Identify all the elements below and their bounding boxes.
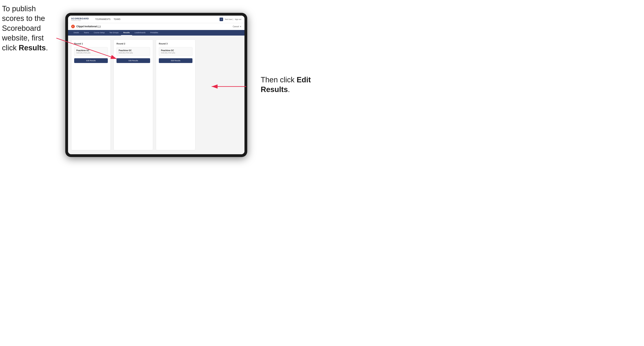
logo-text: SCOREBOARD: [71, 17, 89, 20]
top-nav: SCOREBOARD Powered by clippd TOURNAMENTS…: [68, 15, 244, 23]
round-2-title: Round 2: [116, 42, 150, 45]
tab-tee-groups[interactable]: Tee Groups: [107, 30, 121, 35]
c-logo-icon: C: [71, 25, 75, 28]
round-3-edit-results-button[interactable]: Edit Results: [159, 58, 192, 63]
round-2-course-detail: Gold (M) (7010 yds): [119, 52, 148, 54]
round-3-course-name: Peachtree GC: [161, 49, 190, 51]
nav-links: TOURNAMENTS TEAMS: [95, 18, 120, 20]
round-3-course-card: Peachtree GC Gold (M) (7010 yds): [159, 47, 192, 56]
nav-teams[interactable]: TEAMS: [114, 18, 120, 20]
instruction-text-2: Then click Edit Results.: [261, 75, 316, 95]
round-1-card: Round 1 Peachtree GC Gold (M) (7010 yds)…: [71, 39, 111, 150]
tab-details[interactable]: Details: [71, 30, 82, 35]
sub-nav-tabs: Details Teams Course Setup Tee Groups Re…: [68, 30, 244, 35]
tab-printables[interactable]: Printables: [148, 30, 160, 35]
cancel-label: Cancel: [233, 25, 239, 28]
round-1-edit-results-button[interactable]: Edit Results: [74, 58, 108, 63]
main-content: Round 1 Peachtree GC Gold (M) (7010 yds)…: [68, 35, 244, 154]
round-1-course-card: Peachtree GC Gold (M) (7010 yds): [74, 47, 108, 56]
signout-link[interactable]: Sign out: [235, 18, 241, 20]
logo-sub-text: Powered by clippd: [71, 20, 81, 21]
user-label: Test User |: [225, 18, 233, 20]
tab-results[interactable]: Results: [121, 30, 132, 35]
tablet-screen: SCOREBOARD Powered by clippd TOURNAMENTS…: [68, 15, 244, 154]
nav-right: U Test User | Sign out: [220, 17, 241, 21]
instruction-text-1: To publish scores to the Scoreboard webs…: [2, 4, 59, 53]
tournament-header: C Clippd Invitational (..) Cancel ✕: [68, 23, 244, 30]
tournament-title-area: C Clippd Invitational (..): [71, 25, 100, 28]
tab-teams[interactable]: Teams: [82, 30, 92, 35]
round-3-course-detail: Gold (M) (7010 yds): [161, 52, 190, 54]
tournament-name: Clippd Invitational (..): [76, 25, 100, 28]
round-2-course-name: Peachtree GC: [119, 49, 148, 51]
logo-area: SCOREBOARD Powered by clippd: [71, 17, 89, 21]
round-2-course-card: Peachtree GC Gold (M) (7010 yds): [116, 47, 150, 56]
tablet-device: SCOREBOARD Powered by clippd TOURNAMENTS…: [65, 13, 247, 157]
round-1-course-detail: Gold (M) (7010 yds): [76, 52, 106, 54]
tab-leaderboards[interactable]: Leaderboards: [132, 30, 148, 35]
round-1-course-name: Peachtree GC: [76, 49, 106, 51]
user-avatar: U: [220, 17, 223, 21]
round-2-card: Round 2 Peachtree GC Gold (M) (7010 yds)…: [114, 39, 153, 150]
round-1-title: Round 1: [74, 42, 108, 45]
round-2-edit-results-button[interactable]: Edit Results: [116, 58, 150, 63]
nav-tournaments[interactable]: TOURNAMENTS: [95, 18, 110, 20]
tab-course-setup[interactable]: Course Setup: [92, 30, 107, 35]
round-3-title: Round 3: [159, 42, 192, 45]
cancel-button[interactable]: Cancel ✕: [233, 25, 241, 28]
round-3-card: Round 3 Peachtree GC Gold (M) (7010 yds)…: [156, 39, 196, 150]
close-icon: ✕: [240, 25, 241, 28]
